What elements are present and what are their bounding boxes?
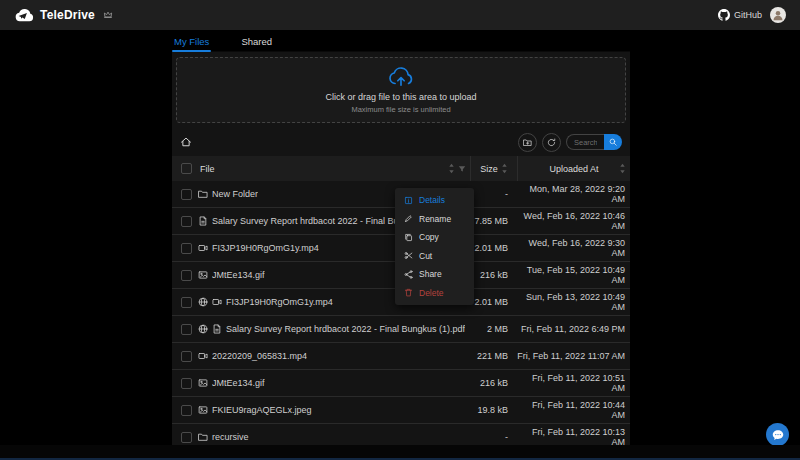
video-icon bbox=[198, 243, 208, 253]
crown-icon[interactable] bbox=[103, 10, 113, 20]
file-name[interactable]: FKIEU9ragAQEGLx.jpeg bbox=[212, 405, 312, 415]
select-all-checkbox[interactable] bbox=[181, 163, 192, 174]
file-name[interactable]: FI3JP19H0RgOmG1y.mp4 bbox=[212, 243, 319, 253]
tabs: My FilesShared bbox=[172, 32, 630, 52]
file-uploaded-at: Mon, Mar 28, 2022 9:20 AM bbox=[517, 184, 630, 204]
folder-icon bbox=[198, 189, 208, 199]
header-actions: GitHub bbox=[718, 7, 786, 23]
sort-file-icon[interactable] bbox=[448, 163, 455, 174]
upload-dropzone[interactable]: Click or drag file to this area to uploa… bbox=[176, 57, 626, 123]
chat-fab-button[interactable] bbox=[766, 423, 789, 446]
file-size: 216 kB bbox=[470, 270, 517, 280]
upload-subtitle: Maximum file size is unlimited bbox=[351, 105, 450, 114]
file-uploaded-at: Sun, Feb 13, 2022 10:49 AM bbox=[517, 292, 630, 312]
file-size: - bbox=[470, 432, 517, 442]
file-uploaded-at: Fri, Feb 11, 2022 10:13 AM bbox=[517, 427, 630, 447]
column-size: Size bbox=[470, 156, 517, 181]
info-square-icon bbox=[404, 196, 413, 205]
github-label: GitHub bbox=[734, 10, 762, 20]
row-checkbox[interactable] bbox=[181, 216, 192, 227]
menu-item-share[interactable]: Share bbox=[395, 265, 474, 284]
column-size-label: Size bbox=[480, 164, 498, 174]
file-name[interactable]: FI3JP19H0RgOmG1y.mp4 bbox=[226, 297, 333, 307]
upload-title: Click or drag file to this area to uploa… bbox=[325, 92, 476, 102]
tab-shared[interactable]: Shared bbox=[239, 34, 274, 51]
file-uploaded-at: Fri, Feb 11, 2022 11:07 AM bbox=[517, 351, 630, 361]
table-row[interactable]: FKIEU9ragAQEGLx.jpeg19.8 kBFri, Feb 11, … bbox=[172, 397, 630, 424]
file-toolbar bbox=[172, 130, 630, 154]
file-name[interactable]: New Folder bbox=[212, 189, 258, 199]
chat-icon bbox=[772, 429, 784, 441]
avatar-person-icon bbox=[772, 9, 784, 21]
menu-item-cut[interactable]: Cut bbox=[395, 247, 474, 266]
tab-label: Shared bbox=[241, 36, 272, 47]
file-uploaded-at: Fri, Feb 11, 2022 10:51 AM bbox=[517, 373, 630, 393]
table-row[interactable]: 20220209_065831.mp4221 MBFri, Feb 11, 20… bbox=[172, 343, 630, 370]
sort-size-icon[interactable] bbox=[501, 163, 508, 174]
github-icon bbox=[718, 9, 730, 21]
trash-icon bbox=[404, 288, 413, 297]
file-name[interactable]: recursive bbox=[212, 432, 249, 442]
tab-label: My Files bbox=[174, 36, 209, 47]
menu-item-label: Delete bbox=[419, 288, 444, 298]
sync-icon bbox=[547, 138, 556, 147]
row-checkbox[interactable] bbox=[181, 189, 192, 200]
video-icon bbox=[212, 297, 222, 307]
new-folder-button[interactable] bbox=[518, 133, 537, 152]
file-size: 2.01 MB bbox=[470, 297, 517, 307]
menu-item-details[interactable]: Details bbox=[395, 191, 474, 210]
row-checkbox[interactable] bbox=[181, 432, 192, 443]
menu-item-label: Cut bbox=[419, 251, 432, 261]
row-checkbox[interactable] bbox=[181, 270, 192, 281]
filter-file-icon[interactable] bbox=[458, 165, 466, 173]
folder-add-icon bbox=[523, 138, 532, 147]
menu-item-delete[interactable]: Delete bbox=[395, 284, 474, 303]
file-name[interactable]: 20220209_065831.mp4 bbox=[212, 351, 307, 361]
home-breadcrumb-icon[interactable] bbox=[180, 136, 192, 148]
row-checkbox[interactable] bbox=[181, 243, 192, 254]
app-brand: TeleDrive bbox=[14, 8, 113, 23]
table-row[interactable]: Salary Survey Report hrdbacot 2022 - Fin… bbox=[172, 316, 630, 343]
avatar[interactable] bbox=[770, 7, 786, 23]
row-checkbox[interactable] bbox=[181, 351, 192, 362]
file-size: 19.8 kB bbox=[470, 405, 517, 415]
row-checkbox[interactable] bbox=[181, 324, 192, 335]
share-alt-icon bbox=[404, 270, 413, 279]
menu-item-label: Copy bbox=[419, 232, 439, 242]
copy-icon bbox=[404, 233, 413, 242]
row-checkbox[interactable] bbox=[181, 378, 192, 389]
menu-item-copy[interactable]: Copy bbox=[395, 228, 474, 247]
column-uploaded: Uploaded At bbox=[517, 156, 630, 181]
cloud-upload-icon bbox=[388, 67, 414, 87]
search-input[interactable] bbox=[566, 134, 604, 150]
refresh-button[interactable] bbox=[542, 133, 561, 152]
file-uploaded-at: Wed, Feb 16, 2022 9:30 AM bbox=[517, 238, 630, 258]
table-header: File Size Uploaded At bbox=[172, 156, 630, 181]
search-icon bbox=[609, 138, 617, 146]
file-uploaded-at: Fri, Feb 11, 2022 6:49 PM bbox=[517, 324, 630, 334]
tab-my-files[interactable]: My Files bbox=[172, 34, 211, 51]
row-checkbox[interactable] bbox=[181, 405, 192, 416]
image-icon bbox=[198, 405, 208, 415]
menu-item-label: Share bbox=[419, 269, 442, 279]
file-size: 2 MB bbox=[470, 324, 517, 334]
pdf-icon bbox=[212, 324, 222, 334]
file-uploaded-at: Wed, Feb 16, 2022 10:46 AM bbox=[517, 211, 630, 231]
sort-uploaded-icon[interactable] bbox=[619, 163, 626, 174]
row-checkbox[interactable] bbox=[181, 297, 192, 308]
file-size: - bbox=[470, 189, 517, 199]
table-row[interactable]: JMtEe134.gif216 kBFri, Feb 11, 2022 10:5… bbox=[172, 370, 630, 397]
column-uploaded-label: Uploaded At bbox=[549, 164, 598, 174]
file-name[interactable]: Salary Survey Report hrdbacot 2022 - Fin… bbox=[226, 324, 465, 334]
file-name[interactable]: JMtEe134.gif bbox=[212, 270, 265, 280]
file-size: 216 kB bbox=[470, 378, 517, 388]
toolbar-actions bbox=[518, 133, 622, 152]
shared-globe-icon bbox=[198, 297, 208, 307]
menu-item-label: Details bbox=[419, 195, 445, 205]
github-link[interactable]: GitHub bbox=[718, 9, 762, 21]
search-button[interactable] bbox=[604, 134, 622, 150]
menu-item-rename[interactable]: Rename bbox=[395, 210, 474, 229]
file-name[interactable]: JMtEe134.gif bbox=[212, 378, 265, 388]
scissors-icon bbox=[404, 251, 413, 260]
edit-icon bbox=[404, 214, 413, 223]
